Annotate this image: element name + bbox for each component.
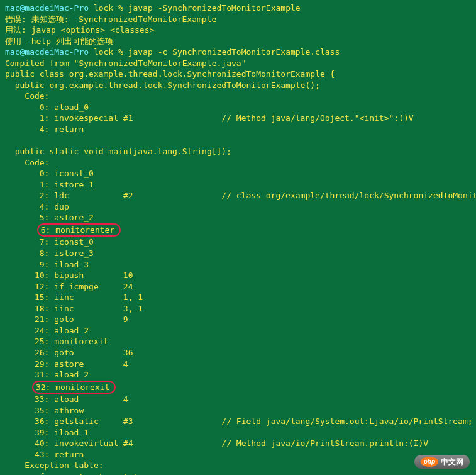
- bytecode-line: 25: monitorexit: [5, 336, 471, 347]
- bytecode-line: 2: ldc #2 // class org/example/thread/lo…: [5, 190, 471, 201]
- bytecode-line: 4: dup: [5, 201, 471, 213]
- bytecode-line: 0: aload_0: [5, 102, 471, 113]
- usage-line-2: 使用 -help 列出可能的选项: [5, 36, 471, 47]
- bytecode-line: 0: iconst_0: [5, 168, 471, 179]
- compiled-from: Compiled from "SynchronizedToMonitorExam…: [5, 58, 471, 69]
- exception-table-cols: from to target type: [5, 471, 471, 475]
- bytecode-line: 7: iconst_0: [5, 237, 471, 248]
- exception-table-header: Exception table:: [5, 460, 471, 471]
- php-icon: php: [421, 457, 438, 467]
- bytecode-line-highlighted: 32: monitorexit: [5, 381, 471, 394]
- error-line: 错误: 未知选项: -SynchronizedToMonitorExample: [5, 14, 471, 25]
- prompt-line-2: mac@macdeiMac-Pro lock % javap -c Synchr…: [5, 47, 471, 58]
- prompt-dir: lock: [94, 3, 113, 13]
- watermark: php 中文网: [414, 455, 470, 469]
- constructor-decl: public org.example.thread.lock.Synchroni…: [5, 80, 471, 91]
- bytecode-line: 9: iload_3: [5, 259, 471, 271]
- bytecode-line: 43: return: [5, 449, 471, 461]
- bytecode-line: 1: invokespecial #1 // Method java/lang/…: [5, 113, 471, 124]
- command-2: javap -c SynchronizedToMonitorExample.cl…: [128, 47, 340, 57]
- bytecode-line: 1: istore_1: [5, 179, 471, 191]
- code-label: Code:: [5, 91, 471, 102]
- bytecode-line: 35: athrow: [5, 405, 471, 416]
- bytecode-line: 39: iload_1: [5, 427, 471, 439]
- bytecode-line: 8: istore_3: [5, 248, 471, 259]
- prompt-userhost: mac@macdeiMac-Pro: [5, 47, 89, 57]
- bytecode-line: 21: goto 9: [5, 314, 471, 325]
- command-1: javap -SynchronizedToMonitorExample: [128, 3, 301, 13]
- prompt-percent: %: [118, 47, 123, 57]
- monitorexit-highlight: 32: monitorexit: [32, 381, 116, 394]
- bytecode-line: 10: bipush 10: [5, 270, 471, 281]
- code-label: Code:: [5, 157, 471, 169]
- class-declaration: public class org.example.thread.lock.Syn…: [5, 69, 471, 80]
- bytecode-line: 26: goto 36: [5, 347, 471, 359]
- prompt-userhost: mac@macdeiMac-Pro: [5, 3, 89, 13]
- prompt-percent: %: [118, 3, 123, 13]
- bytecode-line: 24: aload_2: [5, 325, 471, 337]
- bytecode-line: 18: iinc 3, 1: [5, 303, 471, 315]
- main-declaration: public static void main(java.lang.String…: [5, 146, 471, 157]
- bytecode-line: 15: iinc 1, 1: [5, 292, 471, 303]
- bytecode-line: 33: aload 4: [5, 394, 471, 405]
- prompt-dir: lock: [94, 47, 113, 57]
- monitorenter-highlight: 6: monitorenter: [37, 223, 121, 237]
- bytecode-line-highlighted: 6: monitorenter: [5, 223, 471, 237]
- blank-line: [5, 135, 471, 147]
- bytecode-line: 31: aload_2: [5, 369, 471, 381]
- bytecode-line: 12: if_icmpge 24: [5, 281, 471, 293]
- usage-line-1: 用法: javap <options> <classes>: [5, 25, 471, 36]
- watermark-cn: 中文网: [441, 457, 463, 467]
- bytecode-line: 36: getstatic #3 // Field java/lang/Syst…: [5, 416, 471, 427]
- bytecode-line: 5: astore_2: [5, 212, 471, 223]
- bytecode-line: 29: astore 4: [5, 359, 471, 370]
- bytecode-line: 4: return: [5, 124, 471, 135]
- watermark-badge: php 中文网: [414, 455, 470, 469]
- prompt-line-1: mac@macdeiMac-Pro lock % javap -Synchron…: [5, 3, 471, 14]
- bytecode-line: 40: invokevirtual #4 // Method java/io/P…: [5, 438, 471, 449]
